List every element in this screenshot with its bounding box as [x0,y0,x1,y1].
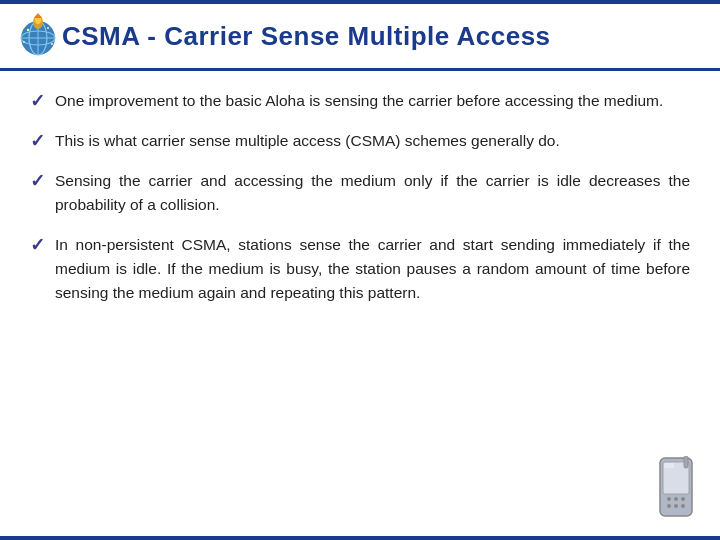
svg-marker-7 [34,13,42,18]
checkmark-1: ✓ [30,90,45,112]
header: CSMA - Carrier Sense Multiple Access [0,0,720,71]
bottom-bar [0,536,720,540]
svg-rect-14 [664,463,674,468]
slide-container: CSMA - Carrier Sense Multiple Access ✓ O… [0,0,720,540]
svg-point-20 [681,504,685,508]
svg-point-19 [674,504,678,508]
bullet-text-4: In non-persistent CSMA, stations sense t… [55,233,690,305]
svg-point-11 [51,43,53,45]
bullet-item-1: ✓ One improvement to the basic Aloha is … [30,89,690,113]
svg-point-10 [23,41,25,43]
svg-point-9 [47,27,49,29]
svg-point-18 [667,504,671,508]
svg-point-8 [27,29,29,31]
bullet-item-3: ✓ Sensing the carrier and accessing the … [30,169,690,217]
phone-icon [650,456,702,526]
checkmark-3: ✓ [30,170,45,192]
bullet-item-4: ✓ In non-persistent CSMA, stations sense… [30,233,690,305]
svg-point-17 [681,497,685,501]
bullet-text-3: Sensing the carrier and accessing the me… [55,169,690,217]
bullet-text-1: One improvement to the basic Aloha is se… [55,89,663,113]
slide-title: CSMA - Carrier Sense Multiple Access [62,21,551,52]
svg-point-16 [674,497,678,501]
bullet-text-2: This is what carrier sense multiple acce… [55,129,560,153]
checkmark-4: ✓ [30,234,45,256]
bullet-item-2: ✓ This is what carrier sense multiple ac… [30,129,690,153]
checkmark-2: ✓ [30,130,45,152]
content-area: ✓ One improvement to the basic Aloha is … [0,71,720,331]
top-bar [0,0,720,4]
svg-rect-21 [684,456,688,468]
globe-logo [14,12,62,60]
svg-point-15 [667,497,671,501]
